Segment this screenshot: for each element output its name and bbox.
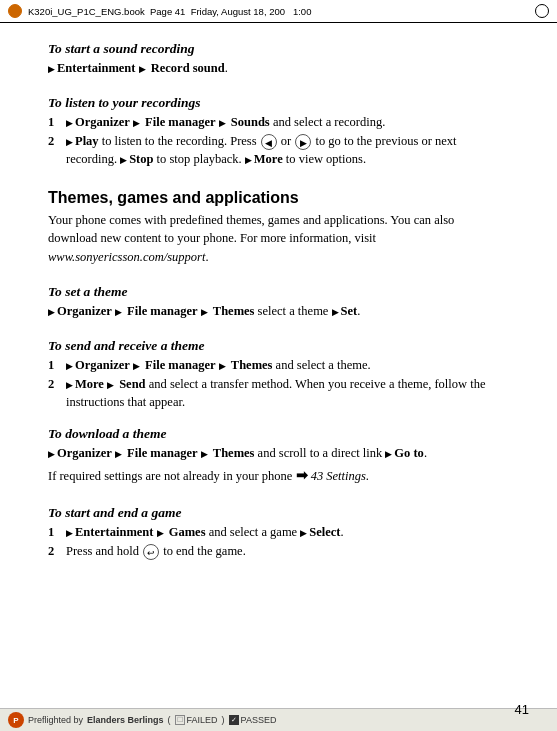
section-heading-download-theme: To download a theme — [48, 426, 505, 442]
book-header-text: K320i_UG_P1C_ENG.book Page 41 Friday, Au… — [28, 6, 311, 17]
send-step-2: 2 More Send and select a transfer method… — [48, 375, 505, 411]
failed-checkbox: ☐ — [175, 715, 185, 725]
book-header: K320i_UG_P1C_ENG.book Page 41 Friday, Au… — [0, 0, 557, 23]
step-text-4: More Send and select a transfer method. … — [66, 375, 505, 411]
kw-themes-3: Themes — [213, 446, 255, 460]
corner-decoration-right — [535, 4, 549, 18]
section-body-start-sound-recording: Entertainment Record sound. — [48, 59, 505, 77]
website-url: www.sonyericsson.com/support — [48, 250, 205, 264]
arrow-icon-6 — [66, 134, 75, 148]
arrow-icon-2 — [139, 61, 148, 75]
kw-themes-1: Themes — [213, 304, 255, 318]
section-body-set-theme: Organizer File manager Themes select a t… — [48, 302, 505, 320]
kw-record-sound: Record sound — [151, 61, 225, 75]
kw-organizer-3: Organizer — [75, 358, 130, 372]
download-theme-body-1: Organizer File manager Themes and scroll… — [48, 444, 505, 462]
kw-games: Games — [169, 525, 206, 539]
arrow-icon-24 — [300, 525, 309, 539]
page-container: K320i_UG_P1C_ENG.book Page 41 Friday, Au… — [0, 0, 557, 731]
btn-next: ▶ — [295, 134, 311, 150]
kw-more-2: More — [75, 377, 104, 391]
passed-label: PASSED — [241, 715, 277, 725]
step-num-2: 2 — [48, 132, 60, 168]
kw-send: Send — [119, 377, 145, 391]
kw-themes-2: Themes — [231, 358, 273, 372]
btn-prev: ◀ — [261, 134, 277, 150]
game-step-2: 2 Press and hold ↩ to end the game. — [48, 542, 505, 560]
kw-play: Play — [75, 134, 99, 148]
preflight-logo: P — [8, 712, 24, 728]
kw-set: Set — [341, 304, 358, 318]
step-num-6: 2 — [48, 542, 60, 560]
kw-entertainment-2: Entertainment — [75, 525, 153, 539]
passed-checkbox-group: ✓ PASSED — [229, 715, 277, 725]
listen-step-1: 1 Organizer File manager Sounds and sele… — [48, 113, 505, 131]
arrow-icon-5 — [219, 115, 228, 129]
arrow-icon-23 — [157, 525, 166, 539]
arrow-icon-4 — [133, 115, 142, 129]
arrow-icon-11 — [201, 304, 210, 318]
kw-filemanager-4: File manager — [127, 446, 197, 460]
kw-goto: Go to — [394, 446, 424, 460]
step-text-6: Press and hold ↩ to end the game. — [66, 542, 505, 560]
failed-label: FAILED — [187, 715, 218, 725]
preflighted-company: Elanders Berlings — [87, 715, 164, 725]
arrow-icon-10 — [115, 304, 124, 318]
kw-entertainment-1: Entertainment — [57, 61, 135, 75]
kw-filemanager-2: File manager — [127, 304, 197, 318]
arrow-icon-9 — [48, 304, 57, 318]
failed-checkbox-group: ☐ FAILED — [175, 715, 218, 725]
preflight-icon: P — [8, 712, 24, 728]
kw-organizer-1: Organizer — [75, 115, 130, 129]
arrow-icon-8 — [245, 152, 254, 166]
bottom-bar: P Preflighted by Elanders Berlings ( ☐ F… — [0, 708, 557, 731]
kw-filemanager-3: File manager — [145, 358, 215, 372]
section-heading-start-sound-recording: To start a sound recording — [48, 41, 505, 57]
kw-stop: Stop — [129, 152, 153, 166]
step-num-4: 2 — [48, 375, 60, 411]
step-text-3: Organizer File manager Themes and select… — [66, 356, 505, 374]
arrow-right-bold: ➡ — [296, 468, 308, 483]
download-theme-body-2: If required settings are not already in … — [48, 466, 505, 486]
arrow-icon-13 — [66, 358, 75, 372]
kw-more-1: More — [254, 152, 283, 166]
arrow-icon-7 — [120, 152, 129, 166]
section-heading-listen: To listen to your recordings — [48, 95, 505, 111]
arrow-icon-22 — [66, 525, 75, 539]
section-heading-send-receive: To send and receive a theme — [48, 338, 505, 354]
section-heading-game: To start and end a game — [48, 505, 505, 521]
arrow-icon-18 — [48, 446, 57, 460]
passed-checkbox: ✓ — [229, 715, 239, 725]
separator-paren-close: ) — [222, 715, 225, 725]
themes-intro-text: Your phone comes with predefined themes,… — [48, 211, 505, 265]
arrow-icon-20 — [201, 446, 210, 460]
corner-decoration-left — [8, 4, 22, 18]
step-text-1: Organizer File manager Sounds and select… — [66, 113, 505, 131]
listen-step-2: 2 Play to listen to the recording. Press… — [48, 132, 505, 168]
game-step-1: 1 Entertainment Games and select a game … — [48, 523, 505, 541]
main-content: To start a sound recording Entertainment… — [0, 23, 557, 708]
preflighted-label: Preflighted by — [28, 715, 83, 725]
step-text-2: Play to listen to the recording. Press ◀… — [66, 132, 505, 168]
arrow-icon-14 — [133, 358, 142, 372]
arrow-icon-15 — [219, 358, 228, 372]
page-number: 41 — [515, 702, 529, 717]
kw-filemanager-1: File manager — [145, 115, 215, 129]
arrow-icon-17 — [107, 377, 116, 391]
kw-select: Select — [309, 525, 340, 539]
section-heading-set-theme: To set a theme — [48, 284, 505, 300]
send-step-1: 1 Organizer File manager Themes and sele… — [48, 356, 505, 374]
arrow-icon-3 — [66, 115, 75, 129]
kw-organizer-2: Organizer — [57, 304, 112, 318]
kw-sounds: Sounds — [231, 115, 270, 129]
ref-settings: 43 Settings — [311, 469, 366, 483]
big-heading-themes: Themes, games and applications — [48, 188, 505, 209]
arrow-icon-12 — [332, 304, 341, 318]
kw-organizer-4: Organizer — [57, 446, 112, 460]
arrow-icon-16 — [66, 377, 75, 391]
btn-end-game: ↩ — [143, 544, 159, 560]
step-text-5: Entertainment Games and select a game Se… — [66, 523, 505, 541]
step-num-5: 1 — [48, 523, 60, 541]
arrow-icon-19 — [115, 446, 124, 460]
step-num-1: 1 — [48, 113, 60, 131]
